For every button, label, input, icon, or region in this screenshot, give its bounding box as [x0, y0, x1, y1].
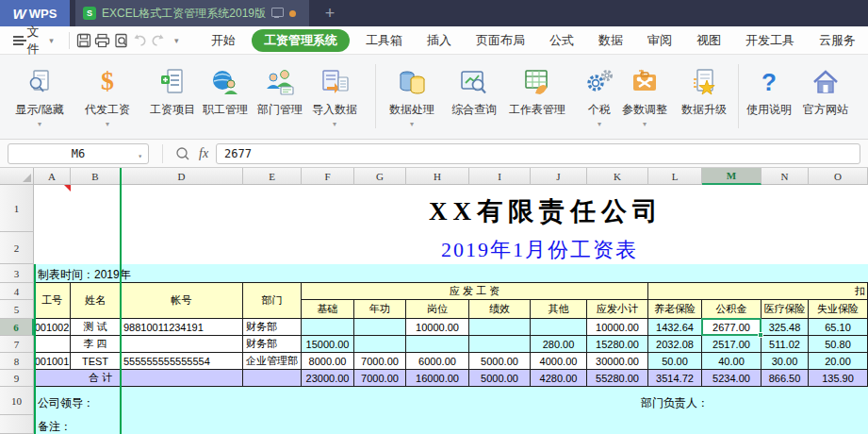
- ribbon-button-dollar[interactable]: $代发工资▾: [74, 60, 141, 136]
- new-tab-button[interactable]: +: [319, 2, 341, 25]
- cell-A9[interactable]: 合 计: [34, 370, 243, 387]
- cell-H8[interactable]: 6000.00: [406, 353, 469, 370]
- column-header-O[interactable]: O: [809, 168, 868, 185]
- cell-I9[interactable]: 5000.00: [469, 370, 531, 387]
- save-button[interactable]: [75, 30, 94, 51]
- name-box-caret-icon[interactable]: ▾: [138, 152, 142, 160]
- row-header-6[interactable]: 6: [0, 319, 34, 336]
- ribbon-button-website[interactable]: 官方网站: [792, 60, 860, 136]
- cell-K7[interactable]: 15280.00: [587, 336, 648, 353]
- row-header-3[interactable]: 3: [0, 264, 34, 283]
- cell-O7[interactable]: 50.80: [809, 336, 868, 353]
- tab-9[interactable]: 视图: [684, 29, 733, 52]
- column-header-E[interactable]: E: [243, 168, 302, 185]
- formula-input[interactable]: 2677: [216, 143, 860, 164]
- ribbon-button-param-adjust[interactable]: 参数调整▾: [611, 60, 679, 136]
- cell-O8[interactable]: 20.00: [809, 353, 868, 370]
- cell-E9[interactable]: [243, 370, 302, 387]
- cell-L5[interactable]: 养老保险: [648, 300, 702, 319]
- dropdown-caret-icon[interactable]: ▾: [6, 121, 74, 128]
- cell-O6[interactable]: 65.10: [809, 319, 868, 336]
- cell-M9[interactable]: 5234.00: [702, 370, 762, 387]
- cell-E8[interactable]: 企业管理部: [243, 353, 302, 370]
- company-title[interactable]: XX有限责任公司: [429, 194, 663, 228]
- row-header-2[interactable]: 2: [0, 232, 34, 264]
- tab-1[interactable]: 开始: [199, 29, 248, 52]
- column-header-A[interactable]: A: [34, 168, 71, 185]
- cell-G8[interactable]: 7000.00: [354, 353, 406, 370]
- file-menu-button[interactable]: 文件 ▾: [0, 24, 63, 58]
- made-time-row-band[interactable]: 制表时间：2019年: [34, 264, 868, 283]
- cell-J8[interactable]: 4000.00: [531, 353, 587, 370]
- cell-E6[interactable]: 财务部: [243, 319, 302, 336]
- row-header-7[interactable]: 7: [0, 336, 34, 353]
- column-header-N[interactable]: N: [762, 168, 809, 185]
- cell-F8[interactable]: 8000.00: [302, 353, 354, 370]
- column-header-G[interactable]: G: [354, 168, 406, 185]
- cell-H9[interactable]: 16000.00: [406, 370, 469, 387]
- cell-L8[interactable]: 50.00: [648, 353, 702, 370]
- document-tab[interactable]: S EXCEL格式工资管理系统2019版: [75, 0, 309, 26]
- tab-10[interactable]: 开发工具: [733, 29, 807, 52]
- cell-I6[interactable]: [469, 319, 531, 336]
- cell-D7[interactable]: [121, 336, 243, 353]
- row-header-5[interactable]: 5: [0, 300, 34, 319]
- cell-K9[interactable]: 55280.00: [587, 370, 648, 387]
- fx-icon[interactable]: fx: [199, 146, 208, 161]
- dropdown-caret-icon[interactable]: ▾: [611, 121, 679, 128]
- cell-N7[interactable]: 511.02: [762, 336, 809, 353]
- row-header-4[interactable]: 4: [0, 283, 34, 300]
- name-box[interactable]: M6 ▾: [8, 143, 149, 164]
- dropdown-caret-icon[interactable]: ▾: [301, 121, 368, 128]
- print-preview-button[interactable]: [112, 30, 131, 51]
- cell-A4[interactable]: 工号: [34, 283, 71, 319]
- tab-7[interactable]: 数据: [586, 29, 635, 52]
- dropdown-caret-icon[interactable]: ▾: [378, 121, 446, 128]
- cell-H7[interactable]: [406, 336, 469, 353]
- column-header-I[interactable]: I: [469, 168, 531, 185]
- row-header-1[interactable]: 1: [0, 185, 34, 232]
- cell-L9[interactable]: 3514.72: [648, 370, 702, 387]
- dropdown-caret-icon[interactable]: ▾: [74, 121, 141, 128]
- cell-N6[interactable]: 325.48: [762, 319, 809, 336]
- tab-8[interactable]: 审阅: [635, 29, 684, 52]
- column-header-L[interactable]: L: [648, 168, 702, 185]
- cell-J5[interactable]: 其他: [531, 300, 587, 319]
- column-header-K[interactable]: K: [587, 168, 648, 185]
- row-header-10[interactable]: 10: [0, 387, 34, 415]
- column-header-J[interactable]: J: [531, 168, 587, 185]
- footer-band[interactable]: 公司领导：部门负责人：备注：: [34, 387, 868, 434]
- cell-A6[interactable]: 001002: [34, 319, 71, 336]
- ribbon-button-sheet-manage[interactable]: 工作表管理: [503, 60, 571, 136]
- cell-E7[interactable]: 财务部: [243, 336, 302, 353]
- print-button[interactable]: [93, 30, 112, 51]
- cell-G7[interactable]: [354, 336, 406, 353]
- ribbon-button-data-process[interactable]: 数据处理▾: [378, 60, 446, 136]
- cell-B7[interactable]: 李 四: [71, 336, 121, 353]
- tab-11[interactable]: 云服务: [807, 29, 868, 52]
- cell-N9[interactable]: 866.50: [762, 370, 809, 387]
- cell-M7[interactable]: 2517.00: [702, 336, 762, 353]
- cell-F7[interactable]: 15000.00: [302, 336, 354, 353]
- cell-J7[interactable]: 280.00: [531, 336, 587, 353]
- tab-6[interactable]: 公式: [537, 29, 586, 52]
- cell-L7[interactable]: 2032.08: [648, 336, 702, 353]
- cell-H5[interactable]: 岗位: [406, 300, 469, 319]
- cell-K5[interactable]: 应发小计: [587, 300, 648, 319]
- cell-B6[interactable]: 测 试: [71, 319, 121, 336]
- cell-A7[interactable]: [34, 336, 71, 353]
- quick-access-dropdown[interactable]: ▾: [167, 30, 186, 51]
- ribbon-button-show-hide[interactable]: 显示/隐藏▾: [6, 60, 74, 136]
- column-header-F[interactable]: F: [302, 168, 354, 185]
- cell-M5[interactable]: 公积金: [702, 300, 762, 319]
- cell-I5[interactable]: 绩效: [469, 300, 531, 319]
- cell-O9[interactable]: 135.90: [809, 370, 868, 387]
- column-header-D[interactable]: D: [121, 168, 243, 185]
- redo-button[interactable]: [149, 30, 168, 51]
- undo-button[interactable]: [130, 30, 149, 51]
- tab-5[interactable]: 页面布局: [464, 29, 537, 52]
- cell-H6[interactable]: 10000.00: [406, 319, 469, 336]
- cell-G5[interactable]: 年功: [354, 300, 406, 319]
- column-header-M[interactable]: M: [702, 168, 762, 185]
- cell-J9[interactable]: 4280.00: [531, 370, 587, 387]
